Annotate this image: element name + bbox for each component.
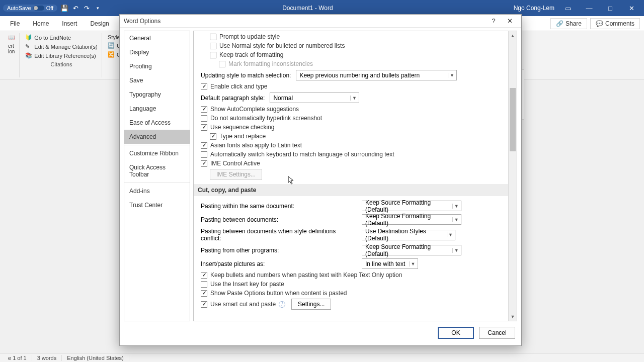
checkbox-icon[interactable]: [210, 34, 216, 40]
opt-no-auto-hyperlink[interactable]: Do not automatically hyperlink screensho…: [201, 114, 501, 123]
minimize-icon[interactable]: —: [582, 1, 597, 16]
word-count-status[interactable]: 3 words: [32, 355, 62, 361]
language-status[interactable]: English (United States): [62, 355, 129, 361]
opt-ime-control-active[interactable]: IME Control Active: [201, 159, 501, 168]
opt-asian-fonts-latin[interactable]: Asian fonts also apply to Latin text: [201, 141, 501, 150]
opt-mark-inconsistencies: Mark formatting inconsistencies: [201, 59, 501, 68]
nav-customize-ribbon[interactable]: Customize Ribbon: [124, 146, 190, 160]
opt-keep-track-formatting[interactable]: Keep track of formatting: [201, 50, 501, 59]
checkbox-icon[interactable]: [210, 133, 216, 140]
checkbox-icon[interactable]: [201, 151, 207, 158]
tab-home[interactable]: Home: [27, 16, 55, 31]
info-icon[interactable]: i: [279, 301, 285, 308]
opt-use-insert-key[interactable]: Use the Insert key for paste: [201, 280, 501, 289]
tab-insert[interactable]: Insert: [56, 16, 83, 31]
undo-icon[interactable]: ↶: [71, 4, 79, 12]
opt-show-autocomplete[interactable]: Show AutoComplete suggestions: [201, 105, 501, 114]
checkbox-icon[interactable]: [201, 106, 207, 113]
opt-auto-switch-keyboard[interactable]: Automatically switch keyboard to match l…: [201, 150, 501, 159]
opt-show-paste-options[interactable]: Show Paste Options button when content i…: [201, 289, 501, 298]
nav-add-ins[interactable]: Add-ins: [124, 184, 190, 198]
autosave-state: Off: [46, 5, 53, 11]
checkbox-icon[interactable]: [210, 52, 216, 58]
opt-smart-cut-paste[interactable]: Use smart cut and paste i Settings...: [201, 298, 501, 311]
checkbox-icon[interactable]: [201, 160, 207, 167]
pasting-conflict-combo[interactable]: Use Destination Styles (Default)▼: [362, 230, 455, 240]
maximize-icon[interactable]: □: [603, 1, 618, 16]
opt-use-sequence-checking[interactable]: Use sequence checking: [201, 123, 501, 132]
pasting-between-combo[interactable]: Keep Source Formatting (Default)▼: [362, 214, 461, 225]
close-window-icon[interactable]: ✕: [624, 1, 639, 16]
checkbox-icon[interactable]: [201, 142, 207, 149]
pasting-same-doc-label: Pasting within the same document:: [201, 203, 357, 210]
redo-icon[interactable]: ↷: [83, 4, 91, 12]
chevron-down-icon: ▼: [409, 261, 417, 266]
username-label[interactable]: Ngo Cong-Lem: [514, 5, 554, 12]
nav-general[interactable]: General: [124, 31, 190, 45]
edit-library-references-button[interactable]: 📚Edit Library Reference(s): [25, 51, 97, 60]
insert-citation-button[interactable]: 📖: [8, 33, 15, 42]
help-button[interactable]: ?: [486, 16, 501, 27]
checkbox-icon[interactable]: [201, 301, 207, 308]
opt-enable-click-type[interactable]: Enable click and type: [201, 82, 501, 91]
page-number-status[interactable]: e 1 of 1: [3, 355, 32, 361]
edit-manage-citations-button[interactable]: ✎Edit & Manage Citation(s): [25, 42, 97, 51]
options-nav: General Display Proofing Save Typography…: [124, 31, 190, 321]
cancel-button[interactable]: Cancel: [479, 327, 515, 339]
smart-cut-paste-settings-button[interactable]: Settings...: [291, 299, 331, 310]
nav-typography[interactable]: Typography: [124, 87, 190, 102]
close-dialog-button[interactable]: ✕: [502, 16, 517, 27]
checkbox-icon[interactable]: [201, 290, 207, 297]
nav-proofing[interactable]: Proofing: [124, 59, 190, 73]
pasting-other-combo[interactable]: Keep Source Formatting (Default)▼: [362, 245, 461, 255]
nav-advanced[interactable]: Advanced: [124, 130, 190, 144]
comments-button[interactable]: 💬Comments: [590, 18, 640, 29]
checkbox-icon[interactable]: [201, 272, 207, 279]
citation-icon: 📖: [8, 34, 15, 41]
checkbox-icon[interactable]: [201, 124, 207, 131]
chevron-down-icon: ▼: [452, 248, 460, 253]
document-title: Document1 - Word: [102, 5, 513, 12]
pasting-same-doc-combo[interactable]: Keep Source Formatting (Default)▼: [362, 201, 461, 211]
ok-button[interactable]: OK: [438, 327, 474, 339]
dialog-title: Word Options: [124, 18, 160, 25]
insert-paste-pictures-combo[interactable]: In line with text▼: [362, 258, 418, 269]
pasting-other-label: Pasting from other programs:: [201, 247, 357, 254]
checkbox-icon[interactable]: [201, 83, 207, 90]
nav-display[interactable]: Display: [124, 45, 190, 59]
opt-use-normal-style[interactable]: Use Normal style for bulleted or numbere…: [201, 41, 501, 50]
checkbox-icon[interactable]: [210, 43, 216, 49]
scroll-up-icon[interactable]: ▲: [509, 31, 517, 40]
opt-prompt-update-style[interactable]: Prompt to update style: [201, 32, 501, 41]
scroll-track[interactable]: [509, 40, 517, 312]
save-icon[interactable]: 💾: [60, 4, 68, 12]
updating-style-combo[interactable]: Keep previous numbering and bullets patt…: [296, 70, 457, 80]
default-para-style-combo[interactable]: Normal▼: [270, 93, 359, 103]
nav-quick-access-toolbar[interactable]: Quick Access Toolbar: [124, 160, 190, 182]
insert-paste-pictures-label: Insert/paste pictures as:: [201, 260, 357, 267]
tab-design[interactable]: Design: [84, 16, 115, 31]
tab-file[interactable]: File: [4, 16, 26, 31]
updating-style-label: Updating style to match selection:: [201, 72, 291, 79]
checkbox-icon[interactable]: [201, 281, 207, 288]
vertical-scrollbar[interactable]: ▲ ▼: [508, 31, 517, 321]
share-button[interactable]: 🔗Share: [550, 18, 587, 29]
options-content: Prompt to update style Use Normal style …: [194, 31, 508, 321]
share-icon: 🔗: [556, 20, 564, 27]
scroll-thumb[interactable]: [510, 88, 516, 151]
nav-trust-center[interactable]: Trust Center: [124, 198, 190, 212]
nav-save[interactable]: Save: [124, 73, 190, 87]
nav-ease-of-access[interactable]: Ease of Access: [124, 116, 190, 130]
nav-language[interactable]: Language: [124, 102, 190, 116]
scroll-down-icon[interactable]: ▼: [509, 312, 517, 321]
qat-dropdown-icon[interactable]: ▾: [94, 4, 102, 12]
opt-keep-bullets-numbers[interactable]: Keep bullets and numbers when pasting te…: [201, 270, 501, 280]
go-to-endnote-button[interactable]: 🔰Go to EndNote: [25, 33, 97, 42]
autosave-toggle[interactable]: AutoSave Off: [3, 5, 57, 12]
ribbon-display-icon[interactable]: ▭: [560, 1, 576, 16]
checkbox-icon[interactable]: [201, 115, 207, 122]
update-icon: 🔄: [108, 42, 115, 49]
autosave-switch-icon: [33, 6, 44, 11]
nav-separator: [124, 145, 190, 145]
opt-type-and-replace[interactable]: Type and replace: [201, 132, 501, 141]
